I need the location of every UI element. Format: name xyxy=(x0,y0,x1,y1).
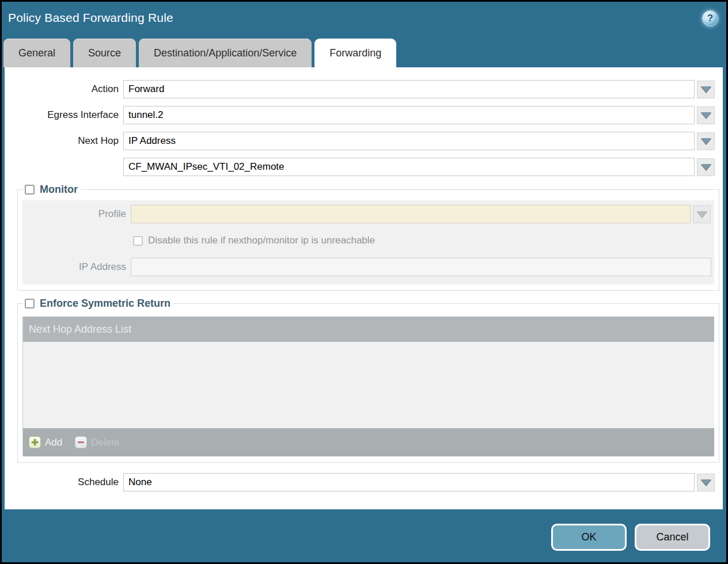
delete-button[interactable]: Delete xyxy=(75,436,119,448)
dialog-footer: OK Cancel xyxy=(3,509,725,561)
dialog-title: Policy Based Forwarding Rule xyxy=(8,11,173,25)
schedule-input[interactable] xyxy=(123,473,695,491)
schedule-dropdown-button[interactable] xyxy=(697,474,715,491)
action-label: Action xyxy=(5,83,119,95)
symmetric-return-checkbox[interactable] xyxy=(25,299,35,308)
delete-button-label: Delete xyxy=(91,437,119,448)
minus-icon xyxy=(75,436,87,448)
action-input[interactable] xyxy=(123,80,695,98)
chevron-down-icon xyxy=(701,479,711,486)
next-hop-address-list-toolbar: ✚ Add Delete xyxy=(23,428,714,456)
monitor-checkbox[interactable] xyxy=(25,185,35,195)
egress-interface-label: Egress Interface xyxy=(5,109,119,121)
tab-forwarding[interactable]: Forwarding xyxy=(314,39,396,67)
monitor-section: Monitor Profile Disable this rule if nex… xyxy=(17,184,719,291)
profile-input[interactable] xyxy=(131,205,691,223)
egress-interface-dropdown-button[interactable] xyxy=(697,106,715,124)
ok-button[interactable]: OK xyxy=(551,524,627,551)
monitor-ip-input[interactable] xyxy=(131,258,711,276)
next-hop-address-input[interactable] xyxy=(123,158,695,176)
symmetric-return-section: Enforce Symmetric Return Next Hop Addres… xyxy=(17,298,719,463)
next-hop-row: Next Hop xyxy=(5,132,723,150)
action-row: Action xyxy=(5,80,723,98)
add-button[interactable]: ✚ Add xyxy=(29,436,62,448)
next-hop-type-input[interactable] xyxy=(123,132,695,150)
chevron-down-icon xyxy=(701,164,711,170)
profile-label: Profile xyxy=(22,208,126,220)
cancel-button[interactable]: Cancel xyxy=(635,524,710,551)
symmetric-return-legend: Enforce Symmetric Return xyxy=(24,298,173,310)
action-dropdown-button[interactable] xyxy=(697,81,715,98)
plus-icon: ✚ xyxy=(29,436,41,448)
schedule-label: Schedule xyxy=(5,477,119,488)
disable-rule-row: Disable this rule if nexthop/monitor ip … xyxy=(22,231,714,250)
chevron-down-icon xyxy=(701,112,711,119)
next-hop-address-row xyxy=(5,158,723,176)
help-icon[interactable]: ? xyxy=(702,10,718,26)
profile-dropdown-button[interactable] xyxy=(693,205,711,223)
symmetric-return-section-title: Enforce Symmetric Return xyxy=(40,298,170,310)
monitor-section-title: Monitor xyxy=(40,184,78,196)
tab-source[interactable]: Source xyxy=(73,39,136,67)
monitor-panel: Profile Disable this rule if nexthop/mon… xyxy=(22,200,714,284)
next-hop-dropdown-button[interactable] xyxy=(697,132,715,150)
monitor-ip-label: IP Address xyxy=(22,261,126,273)
chevron-down-icon xyxy=(697,211,707,218)
disable-rule-checkbox[interactable] xyxy=(133,236,143,246)
next-hop-address-list-header: Next Hop Address List xyxy=(23,317,714,342)
next-hop-address-dropdown-button[interactable] xyxy=(697,158,715,176)
dialog-titlebar: Policy Based Forwarding Rule ? xyxy=(2,2,726,36)
next-hop-address-list-body[interactable] xyxy=(23,342,714,428)
add-button-label: Add xyxy=(45,437,62,448)
tab-bar: General Source Destination/Application/S… xyxy=(3,36,396,67)
schedule-row: Schedule xyxy=(5,473,723,491)
pbf-rule-dialog: Policy Based Forwarding Rule ? General S… xyxy=(2,2,726,562)
next-hop-label: Next Hop xyxy=(5,135,119,147)
egress-interface-input[interactable] xyxy=(123,106,695,124)
chevron-down-icon xyxy=(701,138,711,144)
tab-general[interactable]: General xyxy=(3,39,70,67)
forwarding-tab-content: Action Egress Interface Next Hop xyxy=(5,67,723,511)
disable-rule-label: Disable this rule if nexthop/monitor ip … xyxy=(148,235,375,246)
monitor-ip-row: IP Address xyxy=(22,258,714,276)
next-hop-address-list-table: Next Hop Address List ✚ Add Delete xyxy=(22,317,714,456)
profile-row: Profile xyxy=(22,205,714,223)
chevron-down-icon xyxy=(701,86,711,93)
egress-interface-row: Egress Interface xyxy=(5,106,723,124)
monitor-legend: Monitor xyxy=(24,184,81,196)
tab-destination-application-service[interactable]: Destination/Application/Service xyxy=(139,39,312,67)
